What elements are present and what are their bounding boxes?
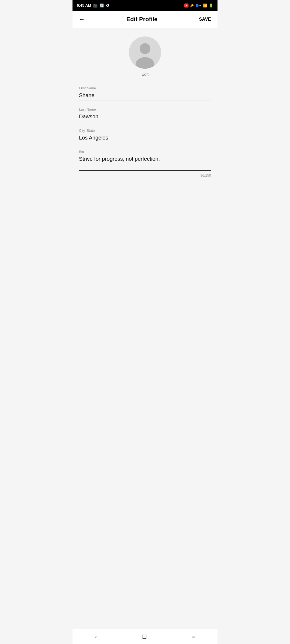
spacer: [79, 184, 211, 205]
first-name-field: First Name: [79, 86, 211, 101]
status-right: ● ✦: [184, 3, 213, 8]
edit-photo-label[interactable]: Edit: [142, 72, 148, 76]
google-icon: G: [106, 3, 109, 8]
last-name-input[interactable]: [79, 112, 211, 122]
status-time: 6:45 AM: [77, 3, 91, 8]
back-button[interactable]: ←: [77, 14, 87, 25]
first-name-input[interactable]: [79, 91, 211, 101]
avatar-section: Edit: [79, 36, 211, 76]
svg-point-1: [140, 43, 150, 54]
app-bar: ← Edit Profile SAVE: [73, 11, 218, 28]
form-section: First Name Last Name City, State Bio Str…: [79, 86, 211, 177]
rec-icon: ●: [184, 3, 189, 8]
rotate-icon: 🔄: [100, 3, 104, 8]
city-state-field: City, State: [79, 129, 211, 143]
wifi-icon: [203, 3, 207, 8]
first-name-label: First Name: [79, 86, 211, 90]
save-button[interactable]: SAVE: [197, 14, 213, 24]
status-bar: 6:45 AM 📷 🔄 G ● ✦: [73, 0, 218, 11]
last-name-field: Last Name: [79, 107, 211, 122]
avatar-image: [129, 36, 161, 69]
battery-icon: [209, 3, 213, 8]
page-title: Edit Profile: [126, 16, 157, 23]
bio-field: Bio Strive for progress, not perfection.…: [79, 150, 211, 177]
char-count: 36/150: [79, 173, 211, 177]
city-state-label: City, State: [79, 129, 211, 133]
bio-input[interactable]: Strive for progress, not perfection.: [79, 155, 211, 171]
back-arrow-icon: ←: [79, 16, 85, 23]
last-name-label: Last Name: [79, 107, 211, 111]
main-content: Edit First Name Last Name City, State Bi…: [73, 28, 218, 212]
bluetooth-icon: ✦: [195, 3, 201, 7]
city-state-input[interactable]: [79, 134, 211, 143]
camera-icon: 📷: [93, 3, 97, 8]
bio-label: Bio: [79, 150, 211, 154]
status-left: 6:45 AM 📷 🔄 G: [77, 3, 109, 8]
key-status-icon: [190, 3, 194, 8]
avatar[interactable]: [129, 36, 161, 69]
